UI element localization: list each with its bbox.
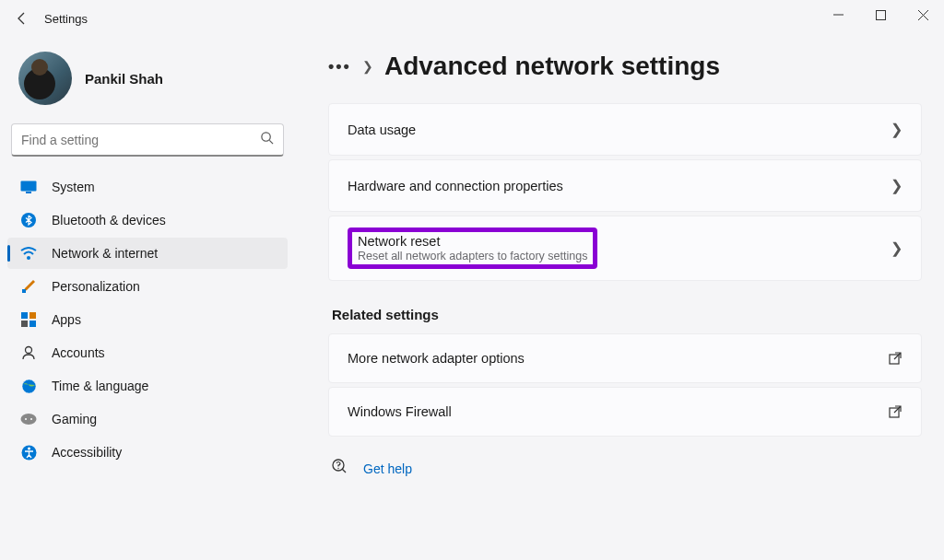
username: Pankil Shah — [85, 71, 163, 87]
external-link-icon — [888, 351, 903, 366]
svg-rect-1 — [876, 10, 885, 19]
globe-icon — [20, 378, 37, 394]
nav-label: Personalization — [52, 279, 140, 294]
svg-point-13 — [26, 347, 32, 354]
nav-apps[interactable]: Apps — [7, 304, 288, 335]
svg-rect-9 — [21, 312, 28, 319]
nav-label: Apps — [52, 312, 81, 327]
profile[interactable]: Pankil Shah — [7, 37, 288, 123]
close-button[interactable] — [902, 0, 944, 29]
nav-label: Gaming — [52, 412, 97, 426]
chevron-right-icon: ❯ — [891, 121, 903, 138]
accessibility-icon — [20, 444, 37, 461]
chevron-right-icon: ❯ — [891, 239, 903, 257]
breadcrumb: ••• ❯ Advanced network settings — [328, 52, 922, 81]
bluetooth-icon — [20, 212, 37, 228]
highlight-annotation: Network reset Reset all network adapters… — [348, 228, 597, 269]
apps-icon — [20, 311, 37, 328]
avatar — [18, 52, 72, 105]
gaming-icon — [20, 411, 37, 427]
card-title: Data usage — [348, 122, 416, 137]
card-windows-firewall[interactable]: Windows Firewall — [328, 387, 922, 437]
external-link-icon — [888, 404, 903, 419]
page-title: Advanced network settings — [384, 52, 720, 81]
nav-label: Accounts — [52, 345, 105, 360]
search-box[interactable] — [11, 123, 284, 157]
card-title: More network adapter options — [348, 351, 525, 366]
svg-point-24 — [337, 468, 338, 469]
wifi-icon — [20, 245, 37, 262]
sidebar: Pankil Shah System Bluetooth & devices N… — [0, 37, 295, 560]
nav-bluetooth[interactable]: Bluetooth & devices — [7, 204, 288, 236]
nav: System Bluetooth & devices Network & int… — [7, 171, 288, 468]
svg-rect-8 — [22, 289, 26, 293]
svg-point-2 — [262, 133, 270, 141]
nav-label: Accessibility — [52, 445, 122, 460]
nav-label: Time & language — [52, 379, 148, 393]
nav-accounts[interactable]: Accounts — [7, 337, 288, 368]
back-button[interactable] — [7, 4, 37, 33]
maximize-button[interactable] — [859, 0, 902, 29]
nav-system[interactable]: System — [7, 171, 288, 203]
card-title: Windows Firewall — [348, 404, 452, 419]
minimize-button[interactable] — [817, 0, 859, 29]
svg-point-18 — [30, 418, 32, 420]
search-icon — [260, 131, 274, 148]
svg-point-16 — [21, 414, 37, 425]
svg-point-17 — [25, 418, 27, 420]
card-title: Hardware and connection properties — [348, 179, 563, 193]
help-link[interactable]: Get help — [363, 461, 412, 476]
card-hardware-properties[interactable]: Hardware and connection properties ❯ — [328, 159, 922, 212]
nav-accessibility[interactable]: Accessibility — [7, 437, 288, 468]
breadcrumb-ellipsis[interactable]: ••• — [328, 57, 351, 76]
nav-personalization[interactable]: Personalization — [7, 271, 288, 302]
person-icon — [20, 344, 37, 361]
brush-icon — [20, 278, 37, 295]
search-input[interactable] — [21, 133, 260, 147]
card-network-reset[interactable]: Network reset Reset all network adapters… — [328, 216, 922, 281]
nav-network[interactable]: Network & internet — [7, 238, 288, 269]
svg-rect-4 — [21, 181, 37, 192]
svg-point-7 — [27, 256, 30, 260]
nav-label: Bluetooth & devices — [52, 213, 166, 228]
chevron-right-icon: ❯ — [891, 177, 903, 194]
svg-rect-5 — [26, 192, 31, 193]
svg-rect-12 — [30, 321, 36, 327]
get-help[interactable]: Get help — [328, 459, 922, 479]
svg-rect-11 — [21, 321, 28, 327]
svg-point-20 — [28, 447, 30, 449]
nav-label: Network & internet — [52, 246, 158, 261]
window-title: Settings — [44, 12, 88, 26]
card-title: Network reset — [358, 234, 587, 249]
system-icon — [20, 179, 37, 195]
nav-time[interactable]: Time & language — [7, 370, 288, 402]
svg-line-3 — [269, 140, 273, 144]
main-content: ••• ❯ Advanced network settings Data usa… — [295, 37, 944, 560]
card-subtitle: Reset all network adapters to factory se… — [358, 250, 587, 262]
card-data-usage[interactable]: Data usage ❯ — [328, 103, 922, 156]
svg-rect-10 — [30, 312, 36, 319]
chevron-right-icon: ❯ — [362, 59, 373, 74]
card-adapter-options[interactable]: More network adapter options — [328, 333, 922, 383]
nav-gaming[interactable]: Gaming — [7, 403, 288, 435]
help-icon — [332, 459, 348, 479]
nav-label: System — [52, 180, 95, 194]
section-heading: Related settings — [332, 307, 922, 322]
